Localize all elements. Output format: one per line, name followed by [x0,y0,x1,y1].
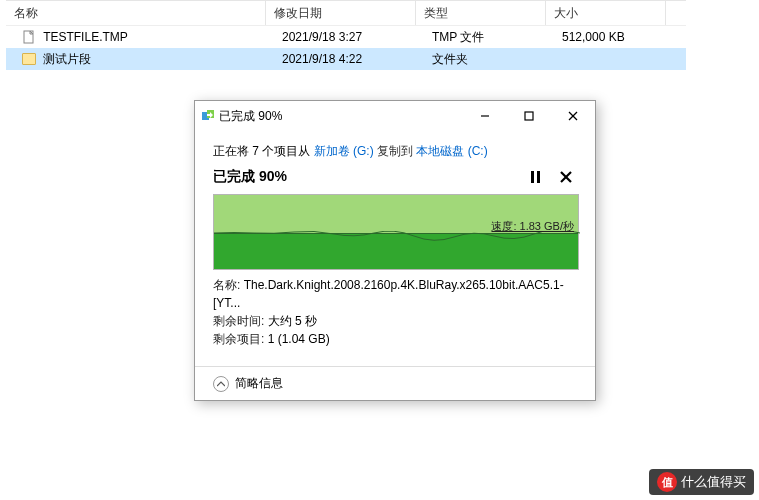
table-row[interactable]: 测试片段 2021/9/18 4:22 文件夹 [6,48,686,70]
time-remaining: 大约 5 秒 [268,314,317,328]
throughput-chart: 速度: 1.83 GB/秒 [213,194,579,270]
file-list-header: 名称 修改日期 类型 大小 [6,0,686,26]
minimize-button[interactable] [463,101,507,131]
speed-label: 速度: 1.83 GB/秒 [491,219,574,234]
watermark-text: 什么值得买 [681,473,746,491]
copy-description: 正在将 7 个项目从 新加卷 (G:) 复制到 本地磁盘 (C:) [213,143,577,160]
dialog-title: 已完成 90% [219,108,463,125]
col-header-size[interactable]: 大小 [546,1,666,25]
svg-rect-4 [525,112,533,120]
close-button[interactable] [551,101,595,131]
file-name: TESTFILE.TMP [43,30,128,44]
table-row[interactable]: TESTFILE.TMP 2021/9/18 3:27 TMP 文件 512,0… [6,26,686,48]
svg-rect-8 [537,171,540,183]
dest-link[interactable]: 本地磁盘 (C:) [416,144,487,158]
file-size: 512,000 KB [554,30,674,44]
current-file-name: The.Dark.Knight.2008.2160p.4K.BluRay.x26… [213,278,564,310]
watermark-icon: 值 [657,472,677,492]
copy-icon [201,109,215,123]
file-type: 文件夹 [424,51,554,68]
chevron-up-icon[interactable] [213,376,229,392]
file-icon [22,30,36,44]
titlebar[interactable]: 已完成 90% [195,101,595,131]
col-header-date[interactable]: 修改日期 [266,1,416,25]
copy-dialog: 已完成 90% 正在将 7 个项目从 新加卷 (G:) 复制到 本地磁盘 (C:… [194,100,596,401]
items-remaining: 1 (1.04 GB) [268,332,330,346]
file-date: 2021/9/18 3:27 [274,30,424,44]
progress-label: 已完成 90% [213,168,287,186]
file-name: 测试片段 [43,52,91,66]
cancel-button[interactable] [555,166,577,188]
col-header-name[interactable]: 名称 [6,1,266,25]
file-list: 名称 修改日期 类型 大小 TESTFILE.TMP 2021/9/18 3:2… [6,0,686,70]
source-link[interactable]: 新加卷 (G:) [314,144,374,158]
col-header-type[interactable]: 类型 [416,1,546,25]
svg-rect-7 [531,171,534,183]
maximize-button[interactable] [507,101,551,131]
folder-icon [22,53,36,65]
pause-button[interactable] [525,166,547,188]
file-date: 2021/9/18 4:22 [274,52,424,66]
watermark: 值 什么值得买 [649,469,754,495]
copy-details: 名称: The.Dark.Knight.2008.2160p.4K.BluRay… [213,276,577,348]
fewer-details-button[interactable]: 简略信息 [235,375,283,392]
file-type: TMP 文件 [424,29,554,46]
